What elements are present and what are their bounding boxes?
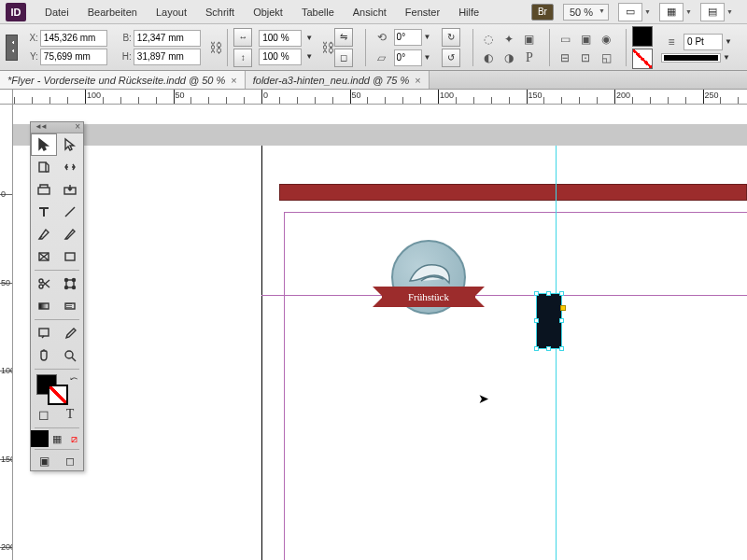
bridge-icon[interactable]: Br [531,4,554,21]
close-icon[interactable]: × [231,75,236,86]
apply-none-icon[interactable]: ⧄ [65,430,83,447]
live-corner-icon[interactable] [560,305,566,311]
select-next-icon[interactable]: ◑ [500,49,518,66]
scissors-tool-icon[interactable] [31,273,57,295]
line-tool-icon[interactable] [57,201,83,223]
pencil-tool-icon[interactable] [57,223,83,245]
ruler-origin-icon[interactable] [0,90,13,105]
horizontal-ruler[interactable]: 15010050050100150200250 [13,90,747,105]
formatting-container-icon[interactable]: ◻ [31,403,57,426]
canvas[interactable]: Frühstück ➤ [13,105,747,560]
fill-swatch-icon[interactable] [632,26,653,47]
document-tab[interactable]: folder-a3-hinten_neu.indd @ 75 % × [246,71,430,89]
x-input[interactable] [40,30,107,47]
note-tool-icon[interactable] [31,322,57,344]
pen-tool-icon[interactable] [31,223,57,245]
wrap-none-icon[interactable]: ▭ [556,31,574,48]
arrange-docs-icon[interactable]: ▦ [659,3,684,21]
wrap-shape-icon[interactable]: ◉ [597,31,615,48]
clear-transform-icon[interactable]: ◻ [334,49,353,67]
resize-handle[interactable] [534,291,539,296]
rectangle-frame-tool-icon[interactable] [31,245,57,268]
fill-stroke-control[interactable]: ⤺ [31,371,83,403]
corner-opts-icon[interactable]: ◱ [597,49,615,66]
formatting-text-icon[interactable]: T [57,403,83,426]
menu-bearbeiten[interactable]: Bearbeiten [78,3,147,21]
free-transform-tool-icon[interactable] [57,273,83,295]
gradient-swatch-tool-icon[interactable] [31,295,57,317]
menu-tabelle[interactable]: Tabelle [292,3,344,21]
scale-x-input[interactable] [259,30,302,47]
rotate-ccw-icon[interactable]: ↺ [442,49,460,67]
resize-handle[interactable] [559,346,564,351]
menu-datei[interactable]: Datei [35,3,78,21]
selected-object[interactable] [536,293,562,349]
header-bar-artwork[interactable] [279,184,747,201]
hand-tool-icon[interactable] [31,344,57,367]
workspace-switcher-icon[interactable]: ▤ [700,3,725,21]
scale-y-icon[interactable]: ↕ [233,49,252,67]
vertical-ruler[interactable]: 050100150200 [0,105,13,560]
swap-fill-stroke-icon[interactable]: ⤺ [70,373,78,384]
vertical-guide[interactable] [556,146,557,560]
menu-objekt[interactable]: Objekt [244,3,292,21]
scale-x-icon[interactable]: ↔ [233,28,252,47]
selection-tool-icon[interactable] [31,133,57,156]
tools-panel-header[interactable] [31,122,83,133]
screen-mode-icon[interactable]: ▭ [618,3,642,21]
rotate-input[interactable] [394,29,422,46]
select-container-icon[interactable]: ◌ [479,31,498,48]
resize-handle[interactable] [559,318,564,323]
stroke-style-dropdown[interactable] [661,53,721,63]
menu-fenster[interactable]: Fenster [396,3,449,21]
wrap-bbox-icon[interactable]: ▣ [576,31,595,48]
h-input[interactable] [134,49,201,65]
rectangle-tool-icon[interactable] [57,245,83,268]
horizontal-guide[interactable] [261,295,747,296]
wrap-column-icon[interactable]: ⊡ [576,49,595,66]
menu-layout[interactable]: Layout [147,3,196,21]
resize-handle[interactable] [546,346,551,351]
content-collector-tool-icon[interactable] [31,178,57,201]
fit-content-icon[interactable]: ▣ [520,31,539,48]
menu-ansicht[interactable]: Ansicht [344,3,396,21]
select-prev-icon[interactable]: ◐ [479,49,498,66]
tools-panel[interactable]: ⤺ ◻ T ▦ ⧄ ▣ ◻ [30,121,84,471]
zoom-dropdown[interactable]: 50 % [563,4,609,21]
gradient-feather-tool-icon[interactable] [57,295,83,317]
stroke-swatch-icon[interactable] [632,49,653,69]
zoom-tool-icon[interactable] [57,344,83,367]
place-icon[interactable]: P [520,49,539,66]
logo-artwork[interactable]: Frühstück [382,235,475,329]
w-input[interactable] [134,30,201,47]
constrain-wh-icon[interactable]: ⛓ [210,31,221,64]
resize-handle[interactable] [546,291,551,296]
resize-handle[interactable] [559,291,564,296]
reference-point-icon[interactable] [6,35,18,61]
resize-handle[interactable] [534,346,539,351]
shear-input[interactable] [394,49,422,66]
type-tool-icon[interactable] [31,201,57,223]
wrap-jump-icon[interactable]: ⊟ [556,49,574,66]
apply-gradient-icon[interactable]: ▦ [49,430,66,447]
select-content-icon[interactable]: ✦ [500,31,518,48]
constrain-scale-icon[interactable]: ⛓ [322,31,333,64]
document-tab[interactable]: *Flyer - Vorderseite und Rückseite.indd … [0,71,246,89]
rotate-cw-icon[interactable]: ↻ [442,28,460,47]
scale-y-input[interactable] [259,49,302,65]
menu-schrift[interactable]: Schrift [196,3,244,21]
y-input[interactable] [40,49,107,65]
close-icon[interactable]: × [415,75,420,86]
apply-color-icon[interactable] [31,430,49,447]
content-placer-tool-icon[interactable] [57,178,83,201]
flip-h-icon[interactable]: ⇋ [334,28,353,47]
view-mode-preview-icon[interactable]: ◻ [57,452,83,470]
page-tool-icon[interactable] [31,156,57,178]
stroke-weight-input[interactable] [684,34,723,50]
eyedropper-tool-icon[interactable] [57,322,83,344]
direct-selection-tool-icon[interactable] [57,133,83,156]
view-mode-normal-icon[interactable]: ▣ [31,452,57,470]
stroke-color-icon[interactable] [48,385,68,405]
menu-hilfe[interactable]: Hilfe [449,3,488,21]
resize-handle[interactable] [534,318,539,323]
